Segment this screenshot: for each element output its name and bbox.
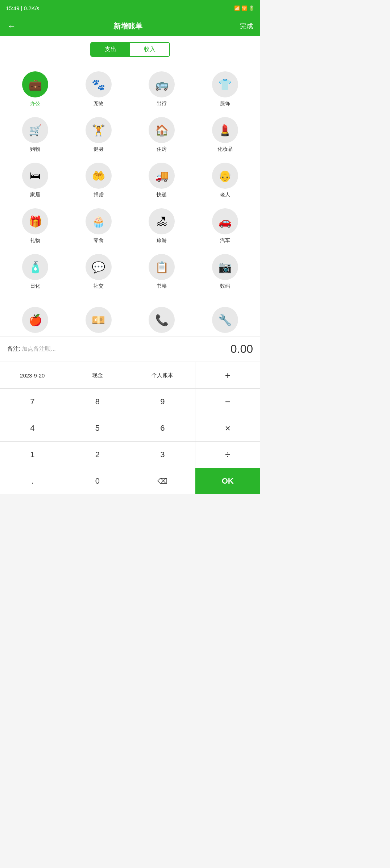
daily-icon: 🧴 [22, 254, 48, 280]
num-6[interactable]: 6 [130, 415, 195, 441]
food-icon: 🍎 [22, 307, 48, 333]
category-clothes[interactable]: 👕 服饰 [194, 66, 257, 112]
tourism-label: 旅游 [157, 237, 167, 244]
date-cell[interactable]: 2023-9-20 [0, 362, 65, 388]
housing-label: 住房 [157, 146, 167, 153]
category-cosmetics[interactable]: 💄 化妆品 [194, 112, 257, 158]
done-button[interactable]: 完成 [240, 22, 253, 30]
calc-row-4: 1 2 3 ÷ [0, 441, 260, 468]
calc-row-5: . 0 ⌫ OK [0, 468, 260, 494]
category-housing[interactable]: 🏠 住房 [130, 112, 194, 158]
num-0[interactable]: 0 [65, 468, 130, 494]
category-snack[interactable]: 🧁 零食 [67, 203, 130, 249]
account-cell[interactable]: 个人账本 [130, 362, 195, 388]
remark-input-area[interactable]: 备注: 加点备注呗... [7, 345, 56, 353]
tools-icon: 🔧 [212, 307, 238, 333]
housing-icon: 🏠 [149, 117, 175, 143]
tourism-icon: 🏖 [149, 208, 175, 234]
elderly-icon: 👴 [212, 163, 238, 189]
category-books[interactable]: 📋 书籍 [130, 249, 194, 295]
snack-icon: 🧁 [86, 208, 112, 234]
car-label: 汽车 [220, 237, 230, 244]
category-food[interactable]: 🍎 [4, 302, 67, 336]
finance-icon: 💴 [86, 307, 112, 333]
category-fitness[interactable]: 🏋 健身 [67, 112, 130, 158]
category-donation[interactable]: 🤲 捐赠 [67, 158, 130, 203]
num-5[interactable]: 5 [65, 415, 130, 441]
num-7[interactable]: 7 [0, 389, 65, 415]
books-label: 书籍 [157, 283, 167, 289]
num-3[interactable]: 3 [130, 442, 195, 468]
header: ← 新增账单 完成 [0, 16, 260, 36]
dot-cell[interactable]: . [0, 468, 65, 494]
category-express[interactable]: 🚚 快递 [130, 158, 194, 203]
category-furniture[interactable]: 🛏 家居 [4, 158, 67, 203]
category-tools[interactable]: 🔧 [194, 302, 257, 336]
books-icon: 📋 [149, 254, 175, 280]
gift-label: 礼物 [30, 237, 40, 244]
travel-label: 出行 [157, 100, 167, 107]
digital-icon: 📷 [212, 254, 238, 280]
remark-label: 备注: [7, 345, 20, 353]
num-8[interactable]: 8 [65, 389, 130, 415]
category-grid: 💼 办公 🐾 宠物 🚌 出行 👕 服饰 🛒 购物 🏋 健身 🏠 住房 💄 化妆品… [0, 63, 260, 298]
shopping-label: 购物 [30, 146, 40, 153]
elderly-label: 老人 [220, 192, 230, 198]
page-title: 新增账单 [113, 21, 142, 31]
tab-income[interactable]: 收入 [130, 43, 169, 56]
num-2[interactable]: 2 [65, 442, 130, 468]
num-4[interactable]: 4 [0, 415, 65, 441]
donation-label: 捐赠 [94, 192, 104, 198]
express-label: 快递 [157, 192, 167, 198]
category-phone[interactable]: 📞 [130, 302, 194, 336]
digital-label: 数码 [220, 283, 230, 289]
num-9[interactable]: 9 [130, 389, 195, 415]
category-office[interactable]: 💼 办公 [4, 66, 67, 112]
category-gift[interactable]: 🎁 礼物 [4, 203, 67, 249]
plus-cell[interactable]: + [195, 362, 261, 388]
social-icon: 💬 [86, 254, 112, 280]
calc-row-3: 4 5 6 × [0, 415, 260, 441]
category-pet[interactable]: 🐾 宠物 [67, 66, 130, 112]
category-daily[interactable]: 🧴 日化 [4, 249, 67, 295]
clothes-icon: 👕 [212, 71, 238, 97]
delete-button[interactable]: ⌫ [130, 468, 195, 494]
back-button[interactable]: ← [7, 21, 16, 31]
office-label: 办公 [30, 100, 40, 107]
clothes-label: 服饰 [220, 100, 230, 107]
minus-cell[interactable]: − [195, 389, 261, 415]
category-finance[interactable]: 💴 [67, 302, 130, 336]
multiply-cell[interactable]: × [195, 415, 261, 441]
snack-label: 零食 [94, 237, 104, 244]
tab-switch: 支出 收入 [0, 36, 260, 63]
tab-container: 支出 收入 [90, 42, 170, 57]
category-travel[interactable]: 🚌 出行 [130, 66, 194, 112]
shopping-icon: 🛒 [22, 117, 48, 143]
cosmetics-label: 化妆品 [217, 146, 233, 153]
calculator: 2023-9-20 现金 个人账本 + 7 8 9 − 4 5 6 × 1 2 … [0, 362, 260, 494]
category-partial-row: 🍎 💴 📞 🔧 [0, 298, 260, 336]
calc-row-1: 2023-9-20 现金 个人账本 + [0, 362, 260, 388]
divide-cell[interactable]: ÷ [195, 442, 261, 468]
status-time: 15:49 | 0.2K/s [6, 5, 39, 11]
cash-cell[interactable]: 现金 [65, 362, 130, 388]
pet-label: 宠物 [94, 100, 104, 107]
category-tourism[interactable]: 🏖 旅游 [130, 203, 194, 249]
fitness-label: 健身 [94, 146, 104, 153]
category-car[interactable]: 🚗 汽车 [194, 203, 257, 249]
social-label: 社交 [94, 283, 104, 289]
category-digital[interactable]: 📷 数码 [194, 249, 257, 295]
remark-placeholder: 加点备注呗... [22, 345, 55, 353]
ok-button[interactable]: OK [195, 468, 261, 494]
fitness-icon: 🏋 [86, 117, 112, 143]
car-icon: 🚗 [212, 208, 238, 234]
tab-expense[interactable]: 支出 [91, 43, 130, 56]
furniture-label: 家居 [30, 192, 40, 198]
category-shopping[interactable]: 🛒 购物 [4, 112, 67, 158]
num-1[interactable]: 1 [0, 442, 65, 468]
furniture-icon: 🛏 [22, 163, 48, 189]
category-elderly[interactable]: 👴 老人 [194, 158, 257, 203]
travel-icon: 🚌 [149, 71, 175, 97]
category-social[interactable]: 💬 社交 [67, 249, 130, 295]
pet-icon: 🐾 [86, 71, 112, 97]
